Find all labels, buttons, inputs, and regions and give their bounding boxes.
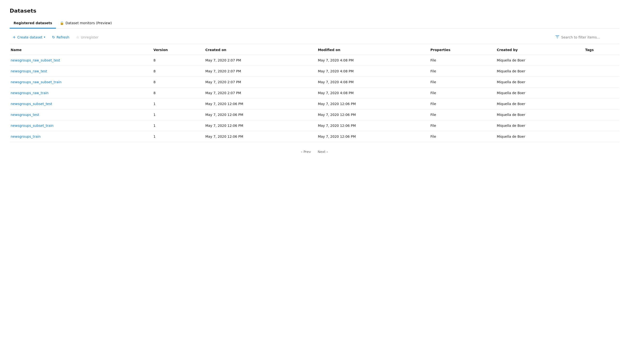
create-dataset-button[interactable]: + Create dataset ▾ xyxy=(10,33,48,41)
unregister-button[interactable]: ☆ Unregister xyxy=(73,34,101,41)
col-header-version: Version xyxy=(151,44,202,55)
cell-name: newsgroups_raw_subset_train xyxy=(10,77,151,88)
cell-properties: File xyxy=(428,77,494,88)
cell-name: newsgroups_raw_subset_test xyxy=(10,55,151,66)
cell-tags xyxy=(582,88,619,99)
chevron-left-icon: ‹ xyxy=(301,150,303,154)
tab-registered-datasets[interactable]: Registered datasets xyxy=(10,19,56,28)
dataset-link[interactable]: newsgroups_subset_train xyxy=(11,124,53,127)
cell-created-on: May 7, 2020 12:06 PM xyxy=(202,99,315,109)
cell-properties: File xyxy=(428,109,494,120)
cell-tags xyxy=(582,99,619,109)
cell-created-by: Miquella de Boer xyxy=(494,66,582,77)
cell-properties: File xyxy=(428,66,494,77)
cell-version: 1 xyxy=(151,99,202,109)
cell-version: 1 xyxy=(151,131,202,142)
cell-created-on: May 7, 2020 2:07 PM xyxy=(202,77,315,88)
cell-properties: File xyxy=(428,88,494,99)
cell-modified-on: May 7, 2020 12:06 PM xyxy=(315,131,428,142)
table-row: newsgroups_subset_train 1 May 7, 2020 12… xyxy=(10,120,619,131)
refresh-icon: ↻ xyxy=(52,35,55,39)
cell-modified-on: May 7, 2020 4:08 PM xyxy=(315,77,428,88)
dataset-link[interactable]: newsgroups_subset_test xyxy=(11,102,52,106)
cell-modified-on: May 7, 2020 4:08 PM xyxy=(315,55,428,66)
table-row: newsgroups_raw_test 8 May 7, 2020 2:07 P… xyxy=(10,66,619,77)
cell-created-on: May 7, 2020 12:06 PM xyxy=(202,120,315,131)
table-row: newsgroups_train 1 May 7, 2020 12:06 PM … xyxy=(10,131,619,142)
tab-dataset-monitors[interactable]: 🔒 Dataset monitors (Preview) xyxy=(56,19,116,28)
cell-created-by: Miquella de Boer xyxy=(494,88,582,99)
create-dataset-chevron-icon: ▾ xyxy=(44,36,45,39)
cell-version: 1 xyxy=(151,120,202,131)
cell-created-by: Miquella de Boer xyxy=(494,131,582,142)
cell-created-by: Miquella de Boer xyxy=(494,109,582,120)
cell-created-by: Miquella de Boer xyxy=(494,120,582,131)
dataset-link[interactable]: newsgroups_raw_test xyxy=(11,69,47,73)
col-header-tags: Tags xyxy=(582,44,619,55)
cell-name: newsgroups_test xyxy=(10,109,151,120)
dataset-link[interactable]: newsgroups_raw_subset_train xyxy=(11,80,61,84)
table-row: newsgroups_raw_subset_test 8 May 7, 2020… xyxy=(10,55,619,66)
cell-name: newsgroups_raw_train xyxy=(10,88,151,99)
cell-tags xyxy=(582,120,619,131)
col-header-modified-on: Modified on xyxy=(315,44,428,55)
search-area xyxy=(555,35,619,39)
table-body: newsgroups_raw_subset_test 8 May 7, 2020… xyxy=(10,55,619,142)
cell-name: newsgroups_raw_test xyxy=(10,66,151,77)
cell-created-on: May 7, 2020 2:07 PM xyxy=(202,88,315,99)
cell-created-by: Miquella de Boer xyxy=(494,55,582,66)
cell-created-by: Miquella de Boer xyxy=(494,99,582,109)
table-row: newsgroups_test 1 May 7, 2020 12:06 PM M… xyxy=(10,109,619,120)
cell-properties: File xyxy=(428,120,494,131)
cell-modified-on: May 7, 2020 12:06 PM xyxy=(315,109,428,120)
table-row: newsgroups_raw_subset_train 8 May 7, 202… xyxy=(10,77,619,88)
cell-version: 8 xyxy=(151,88,202,99)
lock-icon: 🔒 xyxy=(60,21,64,25)
toolbar: + Create dataset ▾ ↻ Refresh ☆ Unregiste… xyxy=(10,33,619,44)
cell-version: 8 xyxy=(151,77,202,88)
chevron-right-icon: › xyxy=(326,150,328,154)
plus-icon: + xyxy=(12,35,16,39)
cell-tags xyxy=(582,66,619,77)
cell-name: newsgroups_subset_test xyxy=(10,99,151,109)
prev-button[interactable]: ‹ Prev xyxy=(299,149,313,155)
dataset-link[interactable]: newsgroups_train xyxy=(11,134,41,138)
cell-modified-on: May 7, 2020 12:06 PM xyxy=(315,99,428,109)
cell-created-on: May 7, 2020 12:06 PM xyxy=(202,109,315,120)
search-input[interactable] xyxy=(561,35,619,39)
cell-tags xyxy=(582,109,619,120)
cell-properties: File xyxy=(428,55,494,66)
cell-properties: File xyxy=(428,99,494,109)
cell-created-by: Miquella de Boer xyxy=(494,77,582,88)
cell-created-on: May 7, 2020 2:07 PM xyxy=(202,66,315,77)
dataset-link[interactable]: newsgroups_raw_subset_test xyxy=(11,58,60,62)
cell-properties: File xyxy=(428,131,494,142)
cell-modified-on: May 7, 2020 12:06 PM xyxy=(315,120,428,131)
cell-tags xyxy=(582,55,619,66)
col-header-created-on: Created on xyxy=(202,44,315,55)
col-header-created-by: Created by xyxy=(494,44,582,55)
cell-created-on: May 7, 2020 12:06 PM xyxy=(202,131,315,142)
cell-name: newsgroups_subset_train xyxy=(10,120,151,131)
col-header-properties: Properties xyxy=(428,44,494,55)
cell-version: 1 xyxy=(151,109,202,120)
table-header: Name Version Created on Modified on Prop… xyxy=(10,44,619,55)
cell-created-on: May 7, 2020 2:07 PM xyxy=(202,55,315,66)
table-row: newsgroups_raw_train 8 May 7, 2020 2:07 … xyxy=(10,88,619,99)
dataset-link[interactable]: newsgroups_raw_train xyxy=(11,91,49,95)
tabs-container: Registered datasets 🔒 Dataset monitors (… xyxy=(10,19,619,28)
cell-tags xyxy=(582,131,619,142)
star-icon: ☆ xyxy=(76,35,79,39)
cell-name: newsgroups_train xyxy=(10,131,151,142)
cell-modified-on: May 7, 2020 4:08 PM xyxy=(315,88,428,99)
next-button[interactable]: Next › xyxy=(316,149,330,155)
page-title: Datasets xyxy=(10,8,619,14)
filter-icon xyxy=(555,35,559,39)
cell-version: 8 xyxy=(151,55,202,66)
table-row: newsgroups_subset_test 1 May 7, 2020 12:… xyxy=(10,99,619,109)
cell-version: 8 xyxy=(151,66,202,77)
cell-modified-on: May 7, 2020 4:08 PM xyxy=(315,66,428,77)
dataset-link[interactable]: newsgroups_test xyxy=(11,113,39,117)
refresh-button[interactable]: ↻ Refresh xyxy=(49,34,72,41)
cell-tags xyxy=(582,77,619,88)
